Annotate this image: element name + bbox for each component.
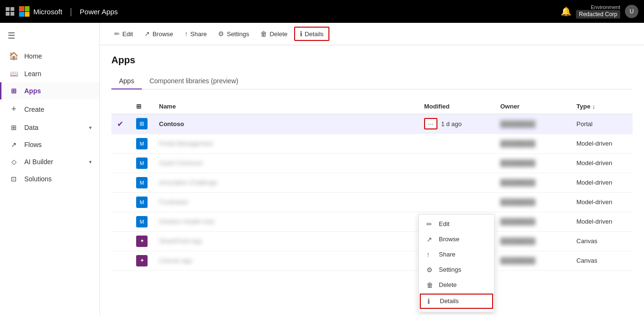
- row-owner: ████████: [495, 173, 571, 192]
- row-check: [111, 231, 130, 251]
- env-label: Environment: [591, 4, 620, 10]
- sidebar-home-label: Home: [24, 52, 42, 60]
- row-type: Canvas: [571, 231, 633, 251]
- sidebar-item-learn[interactable]: 📖 Learn: [0, 65, 99, 82]
- ctx-details[interactable]: ℹ Details: [420, 294, 493, 309]
- sidebar-toggle[interactable]: ☰: [0, 27, 99, 45]
- sidebar-item-solutions[interactable]: ⊡ Solutions: [0, 170, 99, 187]
- company-name: Microsoft: [33, 8, 62, 16]
- col-header-name[interactable]: Name: [153, 99, 418, 114]
- row-type: Canvas: [571, 251, 633, 270]
- ai-builder-chevron-icon: ▾: [89, 159, 92, 165]
- ctx-browse[interactable]: ↗ Browse: [419, 232, 494, 247]
- main-layout: ☰ 🏠 Home 📖 Learn ⊞ Apps + Create ⊞ Data …: [0, 23, 644, 315]
- table-row[interactable]: M Asset Checkout ████████ Model-driven: [111, 153, 633, 173]
- ctx-delete[interactable]: 🗑 Delete: [419, 277, 494, 293]
- row-check: [111, 134, 130, 153]
- row-modified: [418, 153, 495, 173]
- row-icon: M: [130, 192, 153, 212]
- sidebar-item-apps[interactable]: ⊞ Apps: [0, 82, 99, 99]
- settings-icon: ⚙: [218, 30, 224, 38]
- row-modified: ✏ Edit ↗ Browse ↑ Share: [418, 212, 495, 231]
- data-icon: ⊞: [9, 124, 19, 131]
- table-row[interactable]: M Fundraiser ████████ Model-driven: [111, 192, 633, 212]
- more-button[interactable]: ···: [424, 118, 437, 129]
- table-row[interactable]: ✔ ⊞ Contoso ··· 1 d ago ████████ Portal: [111, 114, 633, 134]
- col-header-type[interactable]: Type ↓: [571, 99, 633, 114]
- tab-apps[interactable]: Apps: [111, 73, 142, 89]
- table-row[interactable]: M Portal Management ████████ Model-drive…: [111, 134, 633, 153]
- ctx-edit-label: Edit: [439, 220, 449, 227]
- row-owner: ████████: [495, 153, 571, 173]
- edit-icon: ✏: [114, 30, 120, 38]
- row-type: Model-driven: [571, 212, 633, 231]
- ctx-browse-icon: ↗: [426, 236, 434, 243]
- details-button[interactable]: ℹ Details: [294, 27, 329, 41]
- row-check: ✔: [111, 114, 130, 134]
- sidebar-learn-label: Learn: [24, 70, 41, 78]
- browse-button[interactable]: ↗ Browse: [139, 28, 178, 40]
- ctx-edit-icon: ✏: [426, 220, 434, 228]
- delete-button[interactable]: 🗑 Delete: [256, 28, 292, 40]
- row-modified: [418, 192, 495, 212]
- edit-label: Edit: [122, 30, 133, 38]
- bell-icon[interactable]: 🔔: [561, 6, 571, 17]
- row-modified: [418, 173, 495, 192]
- row-check: [111, 212, 130, 231]
- sidebar-item-data[interactable]: ⊞ Data ▾: [0, 119, 99, 136]
- row-icon: ✦: [130, 231, 153, 251]
- sidebar-item-flows[interactable]: ↗ Flows: [0, 136, 99, 153]
- row-check: [111, 173, 130, 192]
- details-icon: ℹ: [300, 30, 302, 38]
- tab-component-libraries[interactable]: Component libraries (preview): [142, 73, 246, 89]
- settings-label: Settings: [227, 30, 249, 38]
- row-name: Fundraiser: [153, 192, 418, 212]
- row-name: SharePoint App: [153, 231, 418, 251]
- ctx-settings[interactable]: ⚙ Settings: [419, 262, 494, 277]
- content-area: ✏ Edit ↗ Browse ↑ Share ⚙ Settings 🗑 Del…: [100, 23, 644, 315]
- ctx-share[interactable]: ↑ Share: [419, 247, 494, 262]
- ctx-delete-icon: 🗑: [426, 281, 434, 289]
- browse-label: Browse: [152, 30, 173, 38]
- ai-builder-icon: ◇: [9, 158, 19, 166]
- delete-label: Delete: [269, 30, 287, 38]
- microsoft-logo: Microsoft: [19, 6, 62, 17]
- col-header-owner[interactable]: Owner: [495, 99, 571, 114]
- row-owner: ████████: [495, 134, 571, 153]
- apps-grid-icon[interactable]: [6, 7, 14, 16]
- toolbar: ✏ Edit ↗ Browse ↑ Share ⚙ Settings 🗑 Del…: [100, 23, 644, 45]
- sidebar-item-ai-builder[interactable]: ◇ AI Builder ▾: [0, 153, 99, 170]
- share-button[interactable]: ↑ Share: [180, 28, 212, 40]
- ctx-browse-label: Browse: [439, 236, 459, 243]
- row-type: Model-driven: [571, 153, 633, 173]
- ctx-settings-label: Settings: [439, 266, 461, 273]
- flows-icon: ↗: [9, 141, 19, 148]
- sidebar: ☰ 🏠 Home 📖 Learn ⊞ Apps + Create ⊞ Data …: [0, 23, 100, 315]
- topbar-right: 🔔 Environment Redacted Corp U: [561, 4, 638, 19]
- row-icon: M: [130, 134, 153, 153]
- settings-button[interactable]: ⚙ Settings: [213, 28, 254, 40]
- ctx-share-label: Share: [439, 251, 456, 258]
- sidebar-apps-label: Apps: [24, 87, 41, 95]
- row-name: Portal Management: [153, 134, 418, 153]
- sidebar-item-create[interactable]: + Create: [0, 99, 99, 119]
- edit-button[interactable]: ✏ Edit: [109, 28, 138, 40]
- topbar-left: Microsoft | Power Apps: [6, 6, 118, 17]
- table-row[interactable]: ✦ Canvas app ··· 1 wk ago ████████ Canva…: [111, 251, 633, 270]
- sidebar-item-home[interactable]: 🏠 Home: [0, 47, 99, 65]
- ctx-edit[interactable]: ✏ Edit: [419, 217, 494, 232]
- learn-icon: 📖: [9, 70, 19, 78]
- table-row[interactable]: ✦ SharePoint App ··· 6 d ago ████████ Ca…: [111, 231, 633, 251]
- row-modified: ··· 1 d ago: [418, 114, 495, 134]
- row-name: Asset Checkout: [153, 153, 418, 173]
- row-type: Model-driven: [571, 134, 633, 153]
- ctx-settings-icon: ⚙: [426, 266, 434, 274]
- col-header-modified[interactable]: Modified: [418, 99, 495, 114]
- apps-table: ⊞ Name Modified Owner Type ↓ ✔ ⊞ Contoso: [111, 99, 633, 271]
- solutions-icon: ⊡: [9, 175, 19, 183]
- col-header-icon: ⊞: [130, 99, 153, 114]
- tabs: Apps Component libraries (preview): [111, 73, 633, 89]
- table-row[interactable]: M Solution Health Hub ✏ Edit ↗: [111, 212, 633, 231]
- table-row[interactable]: M Innovation Challenge ████████ Model-dr…: [111, 173, 633, 192]
- avatar[interactable]: U: [625, 5, 638, 18]
